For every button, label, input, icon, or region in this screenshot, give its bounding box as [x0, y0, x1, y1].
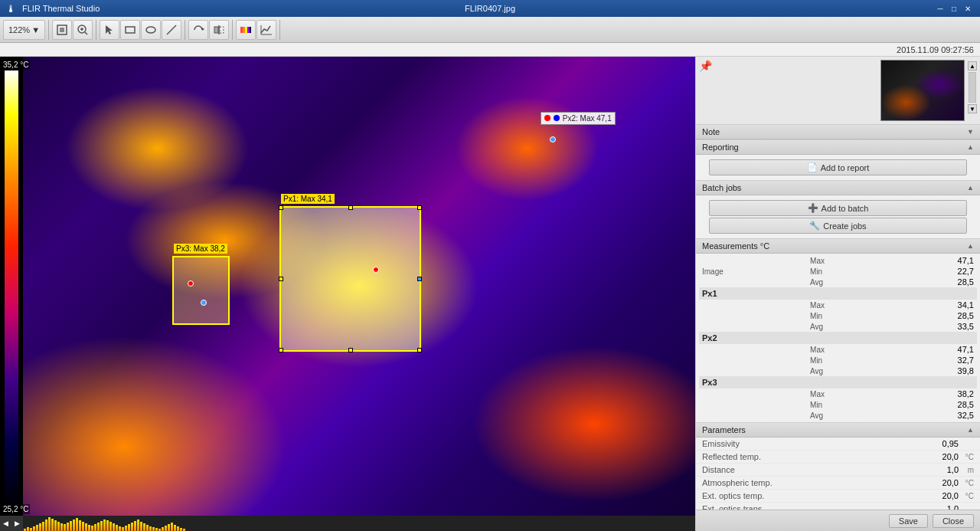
thermal-view[interactable]: 35,2 °C 25,2 °C Px2: Max 47,1: [0, 57, 695, 531]
px3-avg-label: Avg: [807, 410, 888, 421]
hist-bar: [85, 523, 87, 531]
graph-button[interactable]: [256, 20, 276, 40]
px2-row-label: Px2: [699, 332, 977, 344]
reflected-temp-val: 20,0: [920, 452, 959, 461]
palette-button[interactable]: [236, 20, 256, 40]
reflected-temp-row: Reflected temp. 20,0 °C: [696, 451, 980, 464]
note-title: Note: [702, 127, 720, 136]
zoom-in-button[interactable]: [73, 20, 93, 40]
measurements-chevron: ▲: [967, 242, 974, 250]
main-content: 35,2 °C 25,2 °C Px2: Max 47,1: [0, 57, 980, 531]
handle-bm[interactable]: [348, 348, 353, 352]
playback-controls[interactable]: ◀ ▶: [0, 516, 23, 531]
measurements-title: Measurements °C: [702, 241, 769, 251]
px3-min-dot: [201, 300, 207, 306]
add-to-report-button[interactable]: 📄 Add to report: [709, 159, 967, 175]
px3-selection-box[interactable]: Px3: Max 38,2: [172, 256, 230, 325]
reflected-temp-unit: °C: [959, 453, 974, 461]
main-toolbar: 122% ▼: [0, 17, 980, 43]
handle-mr[interactable]: [417, 277, 422, 281]
palette-group: [236, 20, 280, 40]
hist-bar: [27, 527, 29, 531]
draw-ellipse-button[interactable]: [141, 20, 161, 40]
px3-min-row: Min 28,5: [699, 399, 977, 410]
hist-bar: [88, 525, 90, 531]
create-jobs-button[interactable]: 🔧 Create jobs: [709, 218, 967, 234]
px1-avg-label: Avg: [807, 321, 888, 332]
px1-selection-box[interactable]: Px1: Max 34,1: [279, 206, 421, 352]
svg-rect-15: [243, 27, 245, 33]
batch-jobs-section: Batch jobs ▲ ➕ Add to batch 🔧 Create job…: [696, 181, 980, 239]
image-max-label: Max: [807, 255, 888, 266]
emissivity-val: 0,95: [920, 439, 959, 448]
hist-bar: [103, 520, 106, 531]
handle-tr[interactable]: [417, 205, 422, 210]
fit-window-button[interactable]: [52, 20, 72, 40]
note-chevron: ▼: [967, 128, 974, 136]
restore-button[interactable]: □: [948, 2, 960, 15]
thermal-image-canvas[interactable]: Px2: Max 47,1 Px1: Max 34,1: [23, 57, 695, 516]
hist-bar: [82, 522, 84, 531]
reporting-header[interactable]: Reporting ▲: [696, 140, 980, 155]
draw-rect-button[interactable]: [120, 20, 140, 40]
handle-br[interactable]: [417, 348, 422, 352]
batch-header[interactable]: Batch jobs ▲: [696, 181, 980, 195]
distance-label: Distance: [702, 465, 920, 474]
hist-bar: [45, 520, 47, 531]
handle-ml[interactable]: [279, 277, 283, 281]
px2-label-box: Px2: Max 47,1: [541, 112, 616, 125]
zoom-in-icon: [77, 24, 89, 36]
hist-bar: [119, 526, 121, 531]
thumbnail-area: 📌 ▲ ▼: [696, 57, 980, 125]
svg-marker-10: [202, 28, 204, 31]
image-min-val: 22,7: [888, 266, 977, 277]
zoom-select[interactable]: 122% ▼: [3, 20, 45, 40]
flip-icon: [213, 24, 225, 36]
hist-bar: [140, 522, 142, 531]
titlebar-left: 🌡 FLIR Thermal Studio: [6, 3, 100, 15]
save-button[interactable]: Save: [889, 514, 928, 528]
zoom-level: 122%: [8, 25, 30, 34]
hist-bar: [76, 518, 78, 531]
px2-avg-label: Avg: [807, 365, 888, 376]
svg-marker-6: [106, 25, 113, 34]
close-button[interactable]: ✕: [962, 2, 974, 15]
hist-bar: [149, 526, 152, 531]
px2-marker[interactable]: Px2: Max 47,1: [541, 112, 616, 125]
title-bar: 🌡 FLIR Thermal Studio FLIR0407.jpg ─ □ ✕: [0, 0, 980, 17]
px2-blue-dot: [550, 136, 556, 143]
hist-bar: [180, 528, 182, 531]
create-jobs-label: Create jobs: [823, 221, 866, 231]
hist-bar: [122, 527, 124, 531]
handle-bl[interactable]: [279, 348, 283, 352]
hist-bar: [177, 526, 179, 531]
px2-avg-row: Avg 39,8: [699, 365, 977, 376]
handle-tm[interactable]: [348, 205, 353, 210]
scroll-up[interactable]: ▲: [968, 61, 977, 70]
play-prev-button[interactable]: ◀: [3, 520, 8, 527]
scroll-down[interactable]: ▼: [968, 104, 977, 113]
measurements-header[interactable]: Measurements °C ▲: [696, 239, 980, 254]
handle-tl[interactable]: [279, 205, 283, 210]
px2-max-label: Max: [807, 344, 888, 355]
play-next-button[interactable]: ▶: [15, 520, 20, 527]
svg-rect-17: [247, 27, 250, 33]
note-section: Note ▼: [696, 125, 980, 140]
image-avg-label: Avg: [807, 277, 888, 287]
pointer-button[interactable]: [100, 20, 119, 40]
flip-button[interactable]: [209, 20, 229, 40]
px1-min-label: Min: [807, 310, 888, 321]
add-to-batch-button[interactable]: ➕ Add to batch: [709, 200, 967, 216]
parameters-header[interactable]: Parameters ▲: [696, 423, 980, 438]
px2-header-row: Px2: [699, 332, 977, 344]
image-max-val: 47,1: [888, 255, 977, 266]
close-button[interactable]: Close: [933, 514, 974, 528]
svg-rect-12: [220, 27, 224, 33]
minimize-button[interactable]: ─: [934, 2, 946, 15]
px2-avg-val: 39,8: [888, 365, 977, 376]
draw-line-button[interactable]: [162, 20, 181, 40]
note-header[interactable]: Note ▼: [696, 125, 980, 139]
rotate-button[interactable]: [188, 20, 208, 40]
atmospheric-temp-label: Atmospheric temp.: [702, 478, 920, 487]
line-icon: [165, 24, 178, 36]
